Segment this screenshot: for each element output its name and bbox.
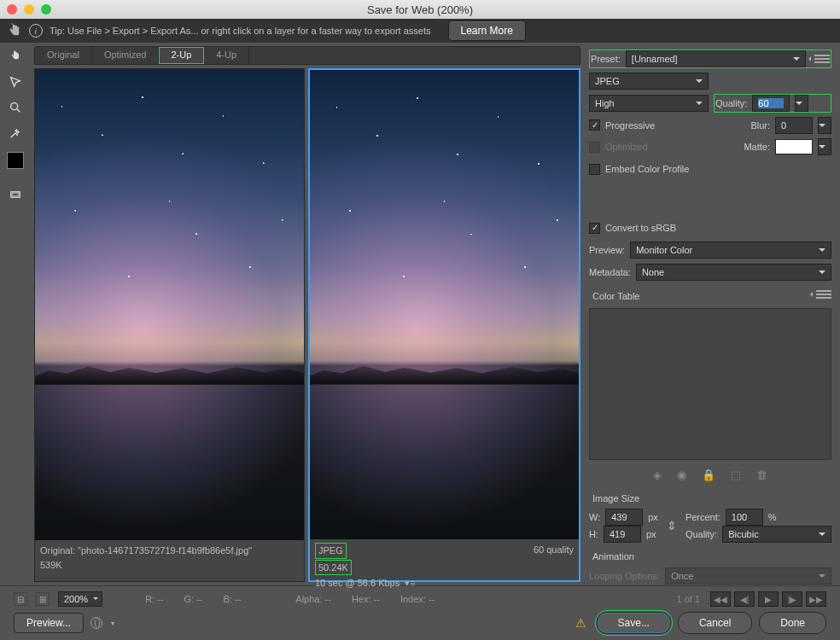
titlebar: Save for Web (200%) (0, 0, 840, 19)
matte-swatch[interactable] (775, 139, 813, 154)
format-select[interactable]: JPEG (589, 73, 709, 90)
anim-play-button[interactable]: ▶ (758, 591, 779, 607)
browser-preview-icon[interactable] (90, 617, 102, 629)
quality-input[interactable] (752, 95, 790, 112)
cancel-button[interactable]: Cancel (678, 612, 752, 634)
svg-point-0 (11, 103, 18, 110)
image-size-label: Image Size (592, 493, 831, 503)
ct-lock-icon[interactable]: 🔒 (702, 468, 715, 481)
color-readouts: R: -- G: -- B: -- Alpha: -- Hex: -- Inde… (145, 594, 435, 604)
eyedropper-tool[interactable] (5, 123, 26, 143)
optimized-label: Optimized (605, 142, 648, 152)
embed-profile-label: Embed Color Profile (605, 164, 689, 174)
slice-select-tool[interactable] (5, 72, 26, 92)
anim-first-button[interactable]: ◀◀ (710, 591, 731, 607)
color-table (589, 308, 831, 460)
footer: ⊟ ⊞ 200% R: -- G: -- B: -- Alpha: -- Hex… (0, 585, 840, 640)
progressive-label: Progressive (605, 120, 655, 131)
quality-label: Quality: (715, 98, 747, 108)
color-table-icons: ◈ ◉ 🔒 ⬚ 🗑 (589, 465, 831, 485)
resample-quality-label: Quality: (685, 529, 717, 539)
preview-menu-icon[interactable]: ▾≡ (405, 576, 415, 591)
metadata-select[interactable]: None (636, 264, 831, 281)
warning-icon: ⚠ (575, 616, 586, 630)
animation-label: Animation (592, 551, 831, 561)
srgb-checkbox[interactable] (589, 223, 600, 234)
done-button[interactable]: Done (759, 612, 826, 634)
zoom-tool[interactable] (5, 97, 26, 118)
embed-profile-checkbox[interactable] (589, 164, 600, 175)
preset-flyout-menu[interactable] (814, 53, 830, 65)
toggle-slices-button[interactable] (5, 184, 26, 205)
zoom-in-button[interactable]: ⊞ (36, 592, 50, 606)
tool-strip (0, 43, 31, 585)
tip-bar: i Tip: Use File > Export > Export As... … (0, 19, 840, 43)
svg-rect-2 (12, 193, 19, 196)
preview-select[interactable]: Monitor Color (630, 241, 831, 259)
looping-label: Looping Options: (589, 571, 660, 581)
optimized-image[interactable] (310, 70, 579, 539)
color-table-flyout[interactable] (816, 288, 831, 300)
tab-original[interactable]: Original (35, 47, 92, 64)
ct-snap-icon[interactable]: ◈ (653, 468, 662, 481)
height-label: H: (589, 529, 598, 539)
ct-trash-icon[interactable]: 🗑 (756, 468, 767, 481)
anim-prev-button[interactable]: ◀| (734, 591, 755, 607)
ct-shift-icon[interactable]: ◉ (677, 468, 686, 481)
preview-label: Preview: (589, 245, 625, 255)
blur-slider-dropdown[interactable] (818, 117, 831, 134)
width-label: W: (589, 512, 600, 522)
tab-2up[interactable]: 2-Up (159, 47, 204, 64)
preset-select[interactable]: [Unnamed] (626, 50, 806, 67)
ct-new-icon[interactable]: ⬚ (731, 468, 741, 481)
tab-4up[interactable]: 4-Up (204, 47, 249, 64)
tab-optimized[interactable]: Optimized (92, 47, 160, 64)
preview-button[interactable]: Preview... (14, 613, 84, 633)
learn-more-button[interactable]: Learn More (448, 20, 526, 41)
optimized-size: 50.24K (315, 560, 352, 576)
optimized-quality-readout: 60 quality (534, 543, 574, 557)
srgb-label: Convert to sRGB (605, 223, 676, 233)
resample-quality-select[interactable]: Bicubic (722, 526, 831, 543)
zoom-select[interactable]: 200% (58, 591, 102, 607)
animation-nav: 1 of 1 ◀◀ ◀| ▶ |▶ ▶▶ (676, 591, 826, 607)
settings-panel: Preset: [Unnamed] JPEG High Quality: Pro… (584, 43, 840, 585)
constrain-link-icon[interactable]: ⇕ (667, 519, 677, 532)
eyedropper-color-swatch[interactable] (7, 152, 24, 169)
blur-label: Blur: (750, 120, 770, 131)
optimized-meta: 60 quality JPEG 50.24K 10 sec @ 56.6 Kbp… (310, 539, 579, 580)
original-pane[interactable]: Original: "photo-1467173572719-f14b9fb86… (34, 68, 305, 582)
optimized-pane[interactable]: 60 quality JPEG 50.24K 10 sec @ 56.6 Kbp… (308, 68, 580, 582)
original-filesize: 539K (40, 558, 299, 573)
save-button[interactable]: Save... (597, 612, 671, 634)
height-input[interactable] (604, 526, 641, 543)
blur-input[interactable] (775, 117, 813, 134)
anim-last-button[interactable]: ▶▶ (806, 591, 826, 607)
hand-tool[interactable] (5, 46, 26, 67)
hand-icon (7, 23, 22, 38)
looping-select: Once (665, 567, 831, 585)
progressive-checkbox[interactable] (589, 119, 600, 131)
original-filename: Original: "photo-1467173572719-f14b9fb86… (40, 544, 299, 558)
percent-input[interactable] (726, 509, 763, 526)
color-table-label: Color Table (592, 291, 639, 301)
matte-label: Matte: (744, 142, 770, 152)
animation-page: 1 of 1 (676, 594, 700, 604)
original-image[interactable] (35, 69, 304, 540)
quality-slider-dropdown[interactable] (795, 95, 808, 112)
zoom-out-button[interactable]: ⊟ (14, 592, 27, 606)
optimized-format: JPEG (315, 543, 347, 559)
optimized-checkbox (589, 142, 600, 153)
metadata-label: Metadata: (589, 267, 631, 277)
tip-text: Tip: Use File > Export > Export As... or… (50, 26, 431, 36)
window-title: Save for Web (200%) (0, 3, 840, 16)
percent-label: Percent: (685, 512, 720, 522)
preset-label: Preset: (591, 54, 621, 64)
view-tabs: Original Optimized 2-Up 4-Up (34, 46, 580, 65)
info-icon: i (29, 24, 43, 38)
width-input[interactable] (605, 509, 643, 526)
quality-preset-select[interactable]: High (589, 95, 709, 112)
anim-next-button[interactable]: |▶ (782, 591, 802, 607)
original-meta: Original: "photo-1467173572719-f14b9fb86… (35, 540, 304, 581)
matte-dropdown[interactable] (818, 138, 831, 155)
